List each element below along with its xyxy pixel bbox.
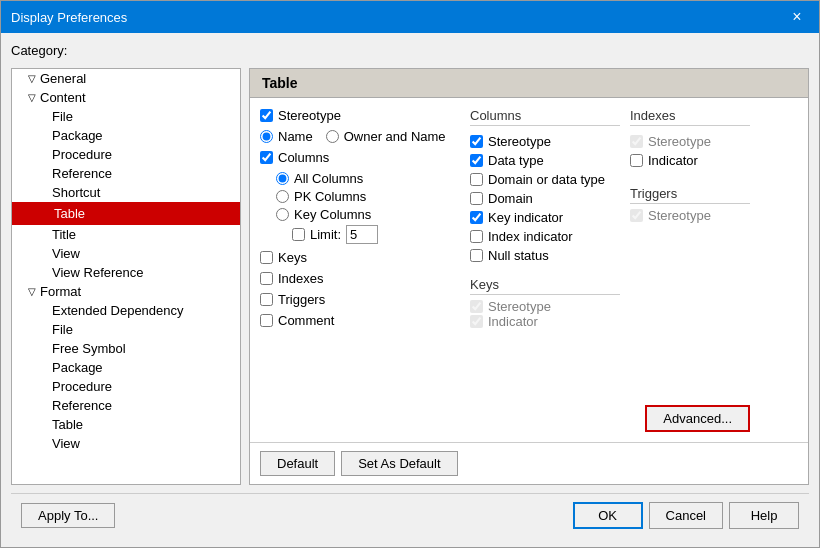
limit-input[interactable] (346, 225, 378, 244)
sidebar-item-reference[interactable]: Reference (12, 164, 240, 183)
triggers-stereotype-check-row: Stereotype (630, 208, 750, 223)
ok-button[interactable]: OK (573, 502, 643, 529)
sidebar-item-shortcut[interactable]: Shortcut (12, 183, 240, 202)
col-domain-or-data-type-check-row: Domain or data type (470, 172, 620, 187)
sidebar-item-format[interactable]: ▽ Format (12, 282, 240, 301)
sidebar-item-label: Package (52, 360, 103, 375)
close-button[interactable]: × (785, 5, 809, 29)
indexes-indicator-checkbox[interactable] (630, 154, 643, 167)
sidebar-item-procedure[interactable]: Procedure (12, 145, 240, 164)
main-options-column: Stereotype Name Owner and Name Columns (260, 108, 460, 432)
sidebar-item-format-procedure[interactable]: Procedure (12, 377, 240, 396)
sidebar-item-package[interactable]: Package (12, 126, 240, 145)
sidebar-item-label: Reference (52, 166, 112, 181)
sidebar-item-label: Shortcut (52, 185, 100, 200)
sidebar-item-format-file[interactable]: File (12, 320, 240, 339)
category-label: Category: (11, 43, 809, 58)
set-as-default-button[interactable]: Set As Default (341, 451, 457, 476)
sidebar-item-general[interactable]: ▽ General (12, 69, 240, 88)
indexes-stereotype-label: Stereotype (648, 134, 711, 149)
sidebar-item-view-reference[interactable]: View Reference (12, 263, 240, 282)
dialog-buttons: OK Cancel Help (573, 502, 799, 529)
limit-label: Limit: (310, 227, 341, 242)
keys-check-row: Keys (260, 250, 460, 265)
key-columns-radio[interactable] (276, 208, 289, 221)
keys-checkbox[interactable] (260, 251, 273, 264)
sidebar-item-table[interactable]: Table (12, 202, 240, 225)
keys-stereotype-check-row: Stereotype (470, 299, 620, 314)
sidebar-item-label: View Reference (52, 265, 144, 280)
col-domain-or-data-type-label: Domain or data type (488, 172, 605, 187)
triggers-subpanel-title: Triggers (630, 186, 750, 204)
col-key-indicator-label: Key indicator (488, 210, 563, 225)
columns-label: Columns (278, 150, 329, 165)
indexes-stereotype-check-row: Stereotype (630, 134, 750, 149)
advanced-button[interactable]: Advanced... (645, 405, 750, 432)
dialog-title: Display Preferences (11, 10, 127, 25)
keys-label: Keys (278, 250, 307, 265)
content-header: Table (250, 69, 808, 98)
pk-columns-radio-row: PK Columns (276, 189, 460, 204)
sidebar-item-label: Format (40, 284, 81, 299)
sidebar-item-label: Procedure (52, 147, 112, 162)
col-domain-label: Domain (488, 191, 533, 206)
col-domain-checkbox[interactable] (470, 192, 483, 205)
sidebar-item-title[interactable]: Title (12, 225, 240, 244)
comment-check-row: Comment (260, 313, 460, 328)
keys-indicator-checkbox[interactable] (470, 315, 483, 328)
stereotype-checkbox[interactable] (260, 109, 273, 122)
col-index-indicator-checkbox[interactable] (470, 230, 483, 243)
indexes-triggers-column: Indexes Stereotype Indicator Triggers (630, 108, 750, 432)
sidebar-item-label: File (52, 322, 73, 337)
sidebar-item-extended-dependency[interactable]: Extended Dependency (12, 301, 240, 320)
indexes-checkbox[interactable] (260, 272, 273, 285)
columns-subpanel-title: Columns (470, 108, 620, 126)
apply-to-button[interactable]: Apply To... (21, 503, 115, 528)
tree-panel[interactable]: ▽ General ▽ Content File Package (11, 68, 241, 485)
default-button[interactable]: Default (260, 451, 335, 476)
sidebar-item-free-symbol[interactable]: Free Symbol (12, 339, 240, 358)
triggers-label: Triggers (278, 292, 325, 307)
triggers-stereotype-checkbox[interactable] (630, 209, 643, 222)
columns-checkbox[interactable] (260, 151, 273, 164)
dialog: Display Preferences × Category: ▽ Genera… (0, 0, 820, 548)
col-domain-or-data-type-checkbox[interactable] (470, 173, 483, 186)
keys-stereotype-checkbox[interactable] (470, 300, 483, 313)
owner-and-name-radio-label: Owner and Name (344, 129, 446, 144)
col-data-type-checkbox[interactable] (470, 154, 483, 167)
content-panel: Table Stereotype Name Owner and Name (249, 68, 809, 485)
owner-and-name-radio[interactable] (326, 130, 339, 143)
sidebar-item-format-reference[interactable]: Reference (12, 396, 240, 415)
sidebar-item-file[interactable]: File (12, 107, 240, 126)
col-null-status-checkbox[interactable] (470, 249, 483, 262)
sidebar-item-format-view[interactable]: View (12, 434, 240, 453)
keys-stereotype-label: Stereotype (488, 299, 551, 314)
limit-row: Limit: (276, 225, 460, 244)
expand-icon: ▽ (28, 92, 38, 103)
pk-columns-radio[interactable] (276, 190, 289, 203)
comment-checkbox[interactable] (260, 314, 273, 327)
key-columns-radio-row: Key Columns (276, 207, 460, 222)
indexes-subpanel-title: Indexes (630, 108, 750, 126)
pk-columns-label: PK Columns (294, 189, 366, 204)
sidebar-item-format-package[interactable]: Package (12, 358, 240, 377)
col-stereotype-check-row: Stereotype (470, 134, 620, 149)
sidebar-item-view[interactable]: View (12, 244, 240, 263)
sidebar-item-label: Reference (52, 398, 112, 413)
sidebar-item-format-table[interactable]: Table (12, 415, 240, 434)
sidebar-item-label: Content (40, 90, 86, 105)
sidebar-item-label: File (52, 109, 73, 124)
help-button[interactable]: Help (729, 502, 799, 529)
all-columns-radio[interactable] (276, 172, 289, 185)
indexes-stereotype-checkbox[interactable] (630, 135, 643, 148)
name-radio[interactable] (260, 130, 273, 143)
limit-checkbox[interactable] (292, 228, 305, 241)
triggers-checkbox[interactable] (260, 293, 273, 306)
col-stereotype-checkbox[interactable] (470, 135, 483, 148)
indexes-indicator-label: Indicator (648, 153, 698, 168)
sidebar-item-content[interactable]: ▽ Content (12, 88, 240, 107)
col-key-indicator-checkbox[interactable] (470, 211, 483, 224)
keys-indicator-label: Indicator (488, 314, 538, 329)
cancel-button[interactable]: Cancel (649, 502, 723, 529)
bottom-bar: Apply To... OK Cancel Help (11, 493, 809, 537)
